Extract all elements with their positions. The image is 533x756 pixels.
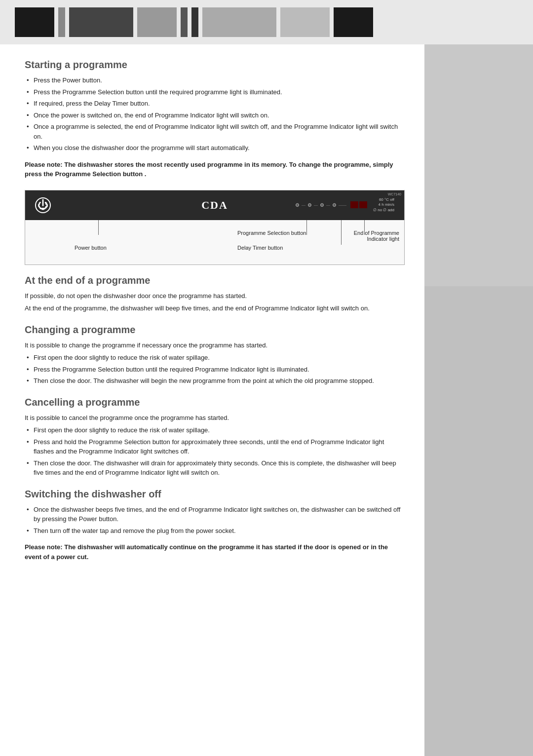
starting-note: Please note: The dishwasher stores the m… bbox=[25, 160, 405, 179]
list-item: Once the power is switched on, the end o… bbox=[25, 111, 405, 120]
list-item: Press the Programme Selection button unt… bbox=[25, 87, 405, 97]
programme-selection-label: Programme Selection button bbox=[237, 230, 306, 236]
at-end-section: At the end of a programme If possible, d… bbox=[25, 275, 405, 313]
changing-heading: Changing a programme bbox=[25, 324, 405, 336]
changing-intro: It is possible to change the programme i… bbox=[25, 340, 405, 350]
bar-block bbox=[191, 7, 198, 37]
end-of-programme-label: End of ProgrammeIndicator light bbox=[354, 230, 399, 242]
list-item: First open the door slightly to reduce t… bbox=[25, 425, 405, 435]
right-controls: ⚙ — ⚙ — ⚙ — ⚙ —— 60 °C off 4 h min/s bbox=[295, 197, 394, 213]
at-end-heading: At the end of a programme bbox=[25, 275, 405, 286]
list-item: Then turn off the water tap and remove t… bbox=[25, 526, 405, 536]
list-item: First open the door slightly to reduce t… bbox=[25, 353, 405, 363]
delay-timer-arrow-line bbox=[341, 220, 342, 245]
small-display: 60 °C off 4 h min/s ∅ no ∅ add bbox=[373, 197, 394, 213]
diagram-labels: Power button Programme Selection button … bbox=[25, 220, 404, 265]
bar-block bbox=[137, 7, 177, 37]
power-arrow-line bbox=[98, 220, 99, 235]
top-decorative-bar bbox=[0, 0, 533, 44]
list-item: Press the Programme Selection button unt… bbox=[25, 365, 405, 375]
cancelling-section: Cancelling a programme It is possible to… bbox=[25, 397, 405, 478]
bar-block bbox=[69, 7, 133, 37]
sidebar-bottom bbox=[424, 286, 533, 756]
switching-off-bullets: Once the dishwasher beeps five times, an… bbox=[25, 505, 405, 536]
bar-block bbox=[334, 7, 373, 37]
list-item: Press the Power button. bbox=[25, 76, 405, 85]
changing-section: Changing a programme It is possible to c… bbox=[25, 324, 405, 386]
bar-block bbox=[280, 7, 330, 37]
list-item: Press and hold the Programme Selection b… bbox=[25, 437, 405, 456]
prog-sel-arrow-line bbox=[306, 220, 307, 235]
power-icon-diagram: ⏻ bbox=[35, 197, 51, 213]
cancelling-heading: Cancelling a programme bbox=[25, 397, 405, 408]
bar-block bbox=[15, 7, 54, 37]
starting-heading: Starting a programme bbox=[25, 59, 405, 71]
bar-block bbox=[202, 7, 276, 37]
starting-section: Starting a programme Press the Power but… bbox=[25, 59, 405, 179]
list-item: Once a programme is selected, the end of… bbox=[25, 122, 405, 141]
switching-off-note: Please note: The dishwasher will automat… bbox=[25, 542, 405, 562]
model-label: WC7140 bbox=[388, 192, 401, 196]
list-item: Then close the door. The dishwasher will… bbox=[25, 376, 405, 386]
at-end-line1: If possible, do not open the dishwasher … bbox=[25, 291, 405, 301]
list-item: When you close the dishwasher door the p… bbox=[25, 143, 405, 153]
main-layout: Starting a programme Press the Power but… bbox=[0, 44, 533, 756]
changing-bullets: First open the door slightly to reduce t… bbox=[25, 353, 405, 386]
diagram-top-panel: ⏻ CDA ⚙ — ⚙ — ⚙ — ⚙ —— bbox=[25, 190, 404, 220]
delay-timer-label: Delay Timer button bbox=[237, 245, 283, 251]
switching-off-heading: Switching the dishwasher off bbox=[25, 489, 405, 500]
at-end-line2: At the end of the programme, the dishwas… bbox=[25, 303, 405, 313]
bar-block bbox=[58, 7, 65, 37]
sidebar-top bbox=[424, 44, 533, 286]
power-button-label: Power button bbox=[75, 245, 107, 251]
diagram-container: ⏻ CDA ⚙ — ⚙ — ⚙ — ⚙ —— bbox=[25, 190, 405, 265]
right-sidebar bbox=[424, 44, 533, 756]
bar-block bbox=[181, 7, 188, 37]
cancelling-intro: It is possible to cancel the programme o… bbox=[25, 413, 405, 423]
starting-bullets: Press the Power button.Press the Program… bbox=[25, 76, 405, 153]
content-area: Starting a programme Press the Power but… bbox=[0, 44, 424, 756]
cancelling-bullets: First open the door slightly to reduce t… bbox=[25, 425, 405, 478]
list-item: Then close the door. The dishwasher will… bbox=[25, 458, 405, 478]
cda-logo: CDA bbox=[201, 199, 228, 212]
list-item: Once the dishwasher beeps five times, an… bbox=[25, 505, 405, 524]
switching-off-section: Switching the dishwasher off Once the di… bbox=[25, 489, 405, 562]
list-item: If required, press the Delay Timer butto… bbox=[25, 99, 405, 109]
